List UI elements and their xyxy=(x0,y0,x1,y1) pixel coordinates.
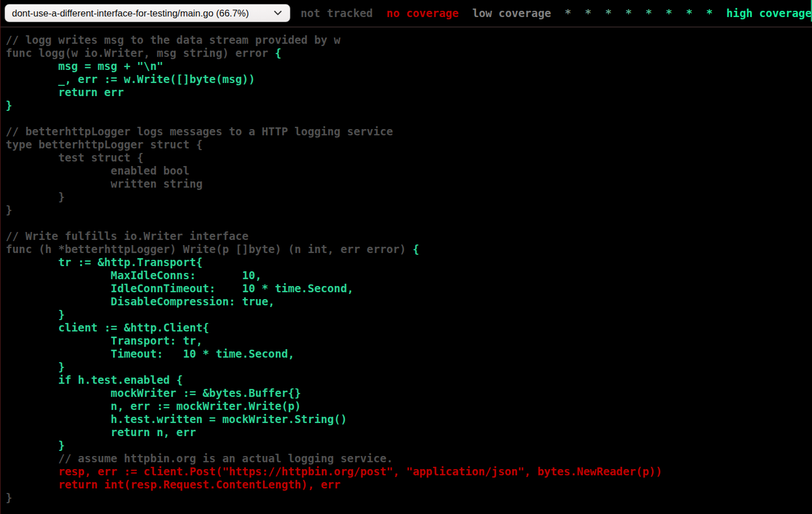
code-line: n, err := mockWriter.Write(p) xyxy=(6,400,301,413)
code-line: } xyxy=(6,308,65,321)
code-line: Timeout: 10 * time.Second, xyxy=(6,347,294,360)
code-line: written string xyxy=(6,177,203,190)
code-line: enabled bool xyxy=(6,164,189,177)
code-line: msg = msg + "\n" xyxy=(6,60,163,73)
code-line: type betterhttpLogger struct { xyxy=(6,138,203,151)
legend-item: not tracked xyxy=(301,7,373,20)
code-line: func logg(w io.Writer, msg string) error… xyxy=(6,47,281,60)
file-selector[interactable]: dont-use-a-different-interface-for-testi… xyxy=(5,4,290,22)
legend-item: high coverage xyxy=(726,7,811,20)
code-line: func (h *betterhttpLogger) Write(p []byt… xyxy=(6,243,419,256)
legend-item: * xyxy=(686,7,693,20)
legend-item: low coverage xyxy=(472,7,551,20)
code-line: test struct { xyxy=(6,151,144,164)
code-line: return err xyxy=(6,86,124,99)
code-line: MaxIdleConns: 10, xyxy=(6,269,262,282)
code-line: Transport: tr, xyxy=(6,334,203,347)
legend-item: no coverage xyxy=(386,7,459,20)
code-line: _, err := w.Write([]byte(msg)) xyxy=(6,73,255,86)
legend-item: * xyxy=(706,7,713,20)
code-line: IdleConnTimeout: 10 * time.Second, xyxy=(6,282,353,295)
code-line: h.test.written = mockWriter.String() xyxy=(6,413,347,426)
file-selector-label: dont-use-a-different-interface-for-testi… xyxy=(12,8,269,19)
code-line: // Write fulfills io.Writer interface xyxy=(6,230,248,243)
code-line: } xyxy=(6,204,13,217)
code-line: // logg writes msg to the data stream pr… xyxy=(6,34,340,47)
code-line: // betterhttpLogger logs messages to a H… xyxy=(6,125,393,138)
code-line: } xyxy=(6,360,65,374)
code-line: return n, err xyxy=(6,426,196,439)
code-line: return int(resp.Request.ContentLength), … xyxy=(6,478,340,491)
legend-item: * xyxy=(585,7,592,20)
code-line: } xyxy=(6,439,65,452)
code-line: mockWriter := &bytes.Buffer{} xyxy=(6,387,301,400)
legend-item: * xyxy=(625,7,632,20)
source-code: // logg writes msg to the data stream pr… xyxy=(0,27,812,514)
code-line: DisableCompression: true, xyxy=(6,295,275,308)
legend-item: * xyxy=(605,7,612,20)
code-line: } xyxy=(6,190,65,204)
chevron-down-icon xyxy=(274,11,282,15)
coverage-legend: not trackedno coveragelow coverage******… xyxy=(301,0,811,27)
topbar: dont-use-a-different-interface-for-testi… xyxy=(0,0,812,27)
code-line: client := &http.Client{ xyxy=(6,321,209,334)
code-line: tr := &http.Transport{ xyxy=(6,256,203,269)
legend-item: * xyxy=(666,7,673,20)
code-line: } xyxy=(6,491,13,504)
code-line: } xyxy=(6,99,13,112)
left-edge-artifact xyxy=(0,0,1,514)
legend-item: * xyxy=(565,7,572,20)
code-line: // assume httpbin.org is an actual loggi… xyxy=(6,452,393,465)
legend-item: * xyxy=(646,7,652,20)
code-line: resp, err := client.Post("https://httpbi… xyxy=(6,465,662,478)
code-line: if h.test.enabled { xyxy=(6,374,183,387)
